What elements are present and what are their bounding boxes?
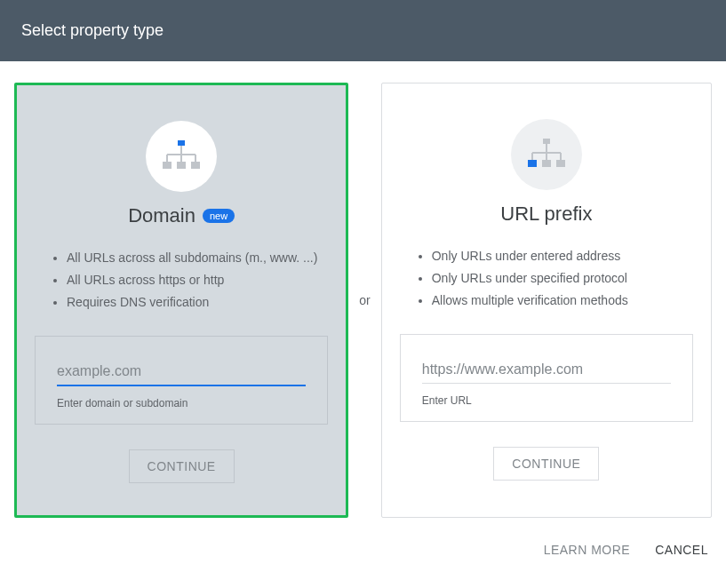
svg-rect-0 xyxy=(178,140,185,146)
dialog-title: Select property type xyxy=(21,21,164,39)
domain-continue-button[interactable]: CONTINUE xyxy=(129,449,235,483)
cancel-button[interactable]: CANCEL xyxy=(655,543,708,557)
dialog-header: Select property type xyxy=(0,0,726,61)
url-prefix-icon xyxy=(511,119,582,190)
domain-helper: Enter domain or subdomain xyxy=(57,397,306,409)
svg-rect-15 xyxy=(528,160,537,167)
or-separator: or xyxy=(359,293,370,307)
url-feature: Allows multiple verification methods xyxy=(432,290,693,312)
domain-feature: Requires DNS verification xyxy=(67,291,328,314)
new-badge: new xyxy=(203,209,235,223)
domain-feature: All URLs across all subdomains (m., www.… xyxy=(67,247,328,269)
domain-card[interactable]: Domain new All URLs across all subdomain… xyxy=(14,83,348,518)
url-input-box: Enter URL xyxy=(400,334,693,422)
url-prefix-card[interactable]: URL prefix Only URLs under entered addre… xyxy=(381,83,712,518)
svg-rect-17 xyxy=(556,160,565,167)
svg-rect-6 xyxy=(163,162,172,169)
domain-icon xyxy=(146,121,217,192)
domain-title-row: Domain new xyxy=(128,204,235,227)
url-feature: Only URLs under specified protocol xyxy=(432,267,693,290)
learn-more-button[interactable]: LEARN MORE xyxy=(544,543,631,557)
url-title-row: URL prefix xyxy=(500,203,592,226)
dialog-footer: LEARN MORE CANCEL xyxy=(0,532,726,557)
domain-features: All URLs across all subdomains (m., www.… xyxy=(35,247,328,314)
url-feature: Only URLs under entered address xyxy=(432,245,693,267)
url-input[interactable] xyxy=(422,356,671,384)
svg-rect-7 xyxy=(177,162,186,169)
domain-input[interactable] xyxy=(57,358,306,386)
url-title: URL prefix xyxy=(500,203,592,226)
dialog-content: Domain new All URLs across all subdomain… xyxy=(0,61,726,532)
svg-rect-16 xyxy=(542,160,551,167)
domain-title: Domain xyxy=(128,204,195,227)
domain-feature: All URLs across https or http xyxy=(67,269,328,291)
svg-rect-9 xyxy=(543,139,550,144)
url-helper: Enter URL xyxy=(422,394,671,407)
url-continue-button[interactable]: CONTINUE xyxy=(493,447,599,481)
domain-input-box: Enter domain or subdomain xyxy=(35,336,328,425)
svg-rect-8 xyxy=(191,162,200,169)
url-features: Only URLs under entered address Only URL… xyxy=(400,245,693,313)
